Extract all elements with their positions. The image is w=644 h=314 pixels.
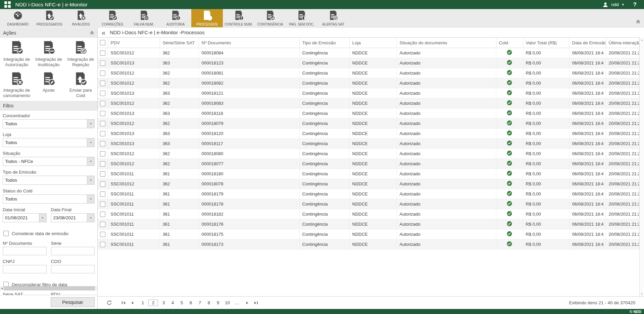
- page-4-button[interactable]: 4: [169, 300, 176, 306]
- considerar-data-emissao-checkbox[interactable]: [3, 231, 9, 236]
- tab-processos[interactable]: PROCESSOS: [191, 9, 223, 27]
- column-header-valor-total-r[interactable]: Valor Total (R$): [523, 38, 569, 48]
- table-row[interactable]: SSC001013 363 000018117 Contingência NDD…: [98, 139, 639, 149]
- table-row[interactable]: SSC001012 362 000018080 Contingência NDD…: [98, 149, 639, 159]
- row-checkbox[interactable]: [100, 222, 105, 227]
- user-icon[interactable]: [602, 2, 608, 8]
- data-final-picker[interactable]: 23/08/2021 ▼: [51, 213, 95, 222]
- column-header-loja[interactable]: Loja: [349, 38, 397, 48]
- table-row[interactable]: SSC001012 362 000018081 Contingência NDD…: [98, 68, 639, 78]
- refresh-button[interactable]: [106, 300, 112, 306]
- scrollbar-thumb[interactable]: [4, 286, 95, 290]
- tab-falha-num[interactable]: FALHA NUM.: [128, 9, 160, 27]
- num-documento-input[interactable]: [3, 247, 47, 255]
- table-row[interactable]: SSC001012 362 000018077 Contingência NDD…: [98, 159, 639, 169]
- row-checkbox[interactable]: [100, 91, 105, 96]
- action-ajuste[interactable]: Ajuste: [33, 72, 64, 99]
- tab-contingencia[interactable]: CONTINGÊNCIA: [254, 9, 286, 27]
- serie-input[interactable]: [51, 247, 95, 255]
- actions-section-header[interactable]: Ações: [0, 28, 97, 38]
- row-checkbox[interactable]: [100, 141, 105, 146]
- tab-auditoria[interactable]: AUDITORIA: [160, 9, 191, 27]
- row-checkbox[interactable]: [100, 161, 105, 167]
- table-row[interactable]: SSC001012 362 000018082 Contingência NDD…: [98, 78, 639, 88]
- tab-alertas-sat[interactable]: ALERTAS SAT: [317, 9, 349, 27]
- toolbar-collapse-icon[interactable]: [636, 19, 641, 26]
- column-header-cold[interactable]: Cold: [496, 38, 523, 48]
- user-menu-caret-icon[interactable]: ▼: [622, 3, 625, 6]
- table-row[interactable]: SSC001013 363 000018123 Contingência NDD…: [98, 58, 639, 68]
- row-checkbox[interactable]: [100, 121, 105, 126]
- page-8-button[interactable]: 8: [205, 300, 212, 306]
- data-inicial-picker[interactable]: 01/08/2021 ▼: [3, 213, 47, 222]
- table-row[interactable]: SSC001011 361 000018179 Contingência NDD…: [98, 189, 639, 199]
- table-row[interactable]: SSC001013 363 000018120 Contingência NDD…: [98, 129, 639, 139]
- page-7-button[interactable]: 7: [196, 300, 203, 306]
- tab-invalidos[interactable]: INVÁLIDOS: [65, 9, 97, 27]
- table-row[interactable]: SSC001012 362 000018079 Contingência NDD…: [98, 119, 639, 129]
- column-header-data-de-emissao[interactable]: Data de Emissão: [569, 38, 606, 48]
- row-checkbox[interactable]: [100, 242, 105, 247]
- last-page-button[interactable]: [254, 301, 258, 305]
- action-integracao-de-cancelamento[interactable]: Integração de cancelamento: [1, 72, 33, 99]
- help-button[interactable]: ?: [633, 1, 637, 8]
- first-page-button[interactable]: [122, 301, 126, 305]
- row-checkbox[interactable]: [100, 171, 105, 177]
- sidebar-horizontal-scrollbar[interactable]: ◀: [0, 286, 97, 290]
- search-button[interactable]: Pesquisar: [51, 297, 95, 307]
- row-checkbox[interactable]: [100, 71, 105, 76]
- table-row[interactable]: SSC001012 362 000018084 Contingência NDD…: [98, 48, 639, 58]
- row-checkbox[interactable]: [100, 232, 105, 237]
- actions-collapse-icon[interactable]: [90, 30, 94, 36]
- page-5-button[interactable]: 5: [178, 300, 185, 306]
- row-checkbox[interactable]: [100, 131, 105, 136]
- table-vertical-scrollbar[interactable]: ▲ ▼: [639, 37, 644, 297]
- action-integracao-de-rejeicao[interactable]: Integração de Rejeição: [65, 40, 97, 68]
- sidebar-collapse-icon[interactable]: «: [102, 29, 105, 36]
- row-checkbox[interactable]: [100, 201, 105, 207]
- tipo-emissao-select[interactable]: Todos ▼: [3, 176, 95, 185]
- table-row[interactable]: SSC001011 361 000018178 Contingência NDD…: [98, 199, 639, 209]
- considerar-data-emissao-row[interactable]: Considerar data de emissão: [3, 231, 95, 236]
- table-row[interactable]: SSC001012 362 000018083 Contingência NDD…: [98, 98, 639, 108]
- page-1-button[interactable]: 1: [139, 300, 146, 306]
- action-integracao-de-inutilizacao[interactable]: Integração de Inutilização: [33, 40, 64, 68]
- column-header-serie-serie-sat[interactable]: Série/Série SAT: [160, 38, 199, 48]
- filter-section-header[interactable]: Filtro: [0, 101, 97, 110]
- row-checkbox[interactable]: [100, 212, 105, 217]
- page-10-button[interactable]: 10: [224, 300, 231, 306]
- loja-select[interactable]: Todos ▼: [3, 138, 95, 147]
- row-checkbox[interactable]: [100, 50, 105, 56]
- column-header-n-documento[interactable]: Nº Documento: [199, 38, 299, 48]
- situacao-select[interactable]: Todos - NFCe ▼: [3, 157, 95, 166]
- row-checkbox[interactable]: [100, 60, 105, 66]
- tab-correcoes[interactable]: CORREÇÕES: [97, 9, 128, 27]
- cnpj-input[interactable]: [3, 265, 47, 273]
- user-menu[interactable]: ndd: [611, 2, 619, 7]
- table-row[interactable]: SSC001011 361 000018176 Contingência NDD…: [98, 219, 639, 229]
- table-row[interactable]: SSC001011 361 000018180 Contingência NDD…: [98, 169, 639, 179]
- row-checkbox[interactable]: [100, 81, 105, 86]
- action-enviar-para-cold[interactable]: Enviar para Cold: [65, 72, 97, 99]
- column-header-pdv[interactable]: PDV: [108, 38, 160, 48]
- table-row[interactable]: SSC001011 361 000018175 Contingência NDD…: [98, 229, 639, 239]
- app-logo-icon[interactable]: [4, 1, 11, 8]
- coo-input[interactable]: [51, 265, 95, 273]
- table-row[interactable]: SSC001013 363 000018121 Contingência NDD…: [98, 88, 639, 98]
- column-header-situacao-do-documento[interactable]: Situação do documento: [397, 38, 496, 48]
- row-checkbox[interactable]: [100, 191, 105, 197]
- page-ellipsis[interactable]: ...: [233, 300, 240, 306]
- row-checkbox[interactable]: [100, 101, 105, 106]
- table-row[interactable]: SSC001013 363 000018118 Contingência NDD…: [98, 108, 639, 119]
- scroll-up-arrow-icon[interactable]: ▲: [641, 39, 643, 41]
- action-integracao-de-autorizacao[interactable]: Integração de Autorização: [1, 40, 33, 68]
- previous-page-button[interactable]: [131, 301, 134, 305]
- column-header-tipo-de-emissao[interactable]: Tipo de Emissão: [299, 38, 349, 48]
- tab-processados[interactable]: PROCESSADOS: [34, 9, 65, 27]
- table-row[interactable]: SSC001012 362 000018078 Contingência NDD…: [98, 179, 639, 189]
- row-checkbox[interactable]: [100, 111, 105, 116]
- table-row[interactable]: SSC001011 361 000018173 Contingência NDD…: [98, 239, 639, 250]
- tab-pag-sem-doc[interactable]: PAG. SEM DOC.: [286, 9, 317, 27]
- scroll-left-arrow-icon[interactable]: ◀: [0, 287, 4, 290]
- tab-controle-num[interactable]: CONTROLE NUM.: [223, 9, 254, 27]
